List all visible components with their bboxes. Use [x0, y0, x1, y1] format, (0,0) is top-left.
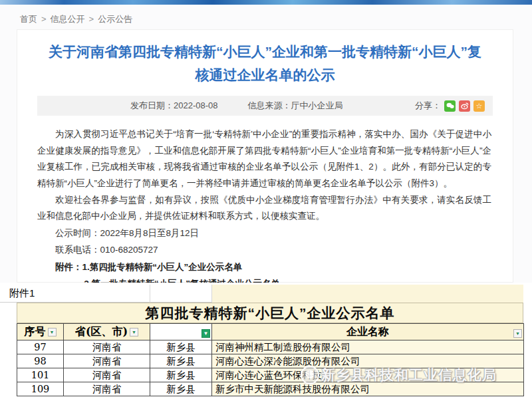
breadcrumb: 首页>信息公开>公示公告 — [20, 13, 132, 25]
col-header-index: 序号▼ — [17, 324, 64, 340]
cell-index: 101 — [17, 368, 64, 382]
grid-line — [150, 285, 150, 303]
share-label: 分享： — [415, 100, 441, 112]
paragraph: 为深入贯彻习近平总书记关于“培育一批‘专精特新’中小企业”的重要指示精神，落实中… — [37, 126, 491, 192]
paragraph: 欢迎社会各界参与监督，如有异议，按照《优质中小企业梯度培育管理暂行办法》中有关要… — [37, 192, 491, 225]
table-row: 109 河南省 新乡县 新乡市中天新能源科技股份有限公司 — [17, 382, 524, 396]
breadcrumb-separator: > — [41, 14, 47, 24]
top-blue-bar — [0, 0, 532, 5]
cell-county: 新乡县 — [150, 340, 212, 354]
cell-county: 新乡县 — [150, 368, 212, 382]
cell-province: 河南省 — [64, 354, 150, 368]
breadcrumb-info-disclosure[interactable]: 信息公开 — [51, 14, 85, 24]
page-title: 关于河南省第四批专精特新“小巨人”企业和第一批专精特新“小巨人”复核通过企业名单… — [44, 41, 486, 86]
filter-dropdown-icon[interactable]: ▼ — [513, 329, 522, 338]
filter-dropdown-icon[interactable]: ▼ — [48, 328, 57, 336]
attachment-line-1[interactable]: 附件：1.第四批专精特新“小巨人”企业公示名单 — [37, 259, 491, 275]
excel-table-title: 第四批专精特新“小巨人”企业公示名单 — [17, 303, 523, 323]
wechat-share-icon[interactable] — [444, 100, 456, 112]
breadcrumb-announcements: 公示公告 — [98, 14, 132, 24]
col-header-county: ▼ — [150, 324, 212, 340]
table-row: 101 河南省 新乡县 河南心连心蓝色环保科技 — [17, 368, 524, 382]
article-body: 为深入贯彻习近平总书记关于“培育一批‘专精特新’中小企业”的重要指示精神，落实中… — [37, 126, 491, 224]
article-meta-bar: 发布日期：2022-08-08 信息来源：厅中小企业局 分享： ☆ — [37, 96, 493, 116]
cell-county: 新乡县 — [150, 354, 212, 368]
info-source: 信息来源：厅中小企业局 — [248, 100, 343, 112]
favorite-star-icon[interactable]: ☆ — [473, 100, 485, 112]
public-notice-period: 公示时间：2022年8月8日至8月12日 — [37, 226, 491, 241]
annex-row: 附件1 — [0, 285, 523, 303]
col-header-province: 省(区、市)▼ — [64, 324, 150, 340]
cell-index: 98 — [17, 354, 64, 368]
company-table: 序号▼ 省(区、市)▼ ▼ 企业名称▼ 97 河南省 新乡县 河南神州精工制造股… — [17, 323, 524, 396]
active-filter-icon[interactable]: ▼ — [201, 329, 210, 338]
cell-province: 河南省 — [64, 382, 150, 396]
breadcrumb-separator: > — [89, 14, 94, 24]
yellow-cell — [211, 285, 523, 303]
cell-index: 109 — [17, 382, 64, 396]
cell-company: 河南心连心深冷能源股份有限公司 — [212, 354, 524, 368]
excel-screenshot: 附件1 第四批专精特新“小巨人”企业公示名单 序号▼ 省(区、市)▼ ▼ 企业名… — [0, 283, 532, 399]
breadcrumb-home[interactable]: 首页 — [20, 14, 37, 24]
cell-province: 河南省 — [64, 368, 150, 382]
col-header-company: 企业名称▼ — [212, 324, 524, 340]
cell-company: 河南神州精工制造股份有限公司 — [212, 340, 524, 354]
contact-phone: 联系电话：010-68205727 — [37, 243, 491, 258]
table-row: 97 河南省 新乡县 河南神州精工制造股份有限公司 — [17, 340, 524, 354]
cell-company: 新乡市中天新能源科技股份有限公司 — [212, 382, 524, 396]
article-panel: 关于河南省第四批专精特新“小巨人”企业和第一批专精特新“小巨人”复核通过企业名单… — [17, 29, 513, 283]
weibo-share-icon[interactable] — [459, 100, 470, 112]
cell-company: 河南心连心蓝色环保科技 — [212, 368, 524, 382]
cell-index: 97 — [17, 340, 64, 354]
cell-province: 河南省 — [64, 340, 150, 354]
cell-county: 新乡县 — [150, 382, 212, 396]
publish-date: 发布日期：2022-08-08 — [130, 100, 218, 112]
annex-label: 附件1 — [9, 287, 35, 300]
table-header-row: 序号▼ 省(区、市)▼ ▼ 企业名称▼ — [17, 324, 524, 340]
filter-dropdown-icon[interactable]: ▼ — [130, 328, 138, 336]
table-row: 98 河南省 新乡县 河南心连心深冷能源股份有限公司 — [17, 354, 524, 368]
